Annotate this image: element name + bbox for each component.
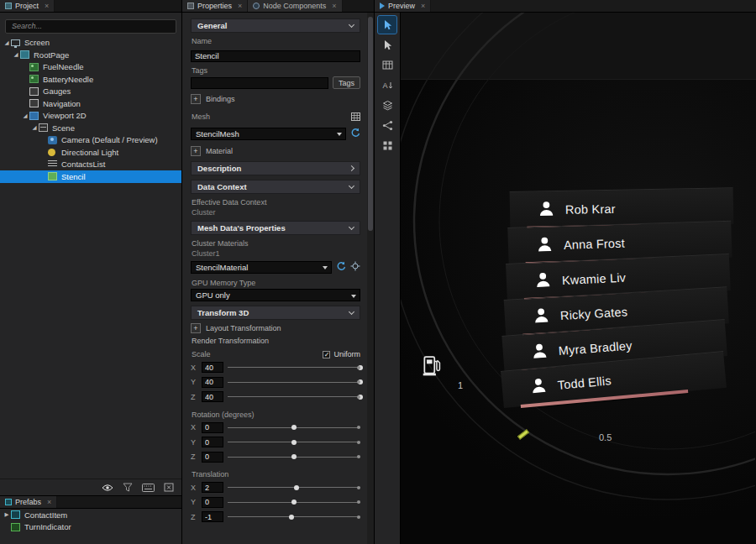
prefab-item-turnindicator[interactable]: TurnIndicator xyxy=(0,521,181,534)
preview-canvas[interactable]: 1 0.5 Rob Krar Anna Frost Kwamie Liv xyxy=(401,13,756,544)
node-graph-tool-icon[interactable] xyxy=(378,117,396,134)
keyboard-shortcuts-icon[interactable] xyxy=(142,484,155,492)
tree-item-gauges[interactable]: Gauges xyxy=(0,86,181,98)
tree-item-screen[interactable]: ◢ Screen xyxy=(0,37,181,50)
material-reset-icon[interactable] xyxy=(336,259,346,275)
slider-thumb[interactable] xyxy=(294,485,299,490)
slider-thumb[interactable] xyxy=(358,379,363,384)
text-sort-tool-icon[interactable]: A xyxy=(378,76,396,94)
section-description[interactable]: Description xyxy=(191,161,360,175)
tab-close-icon[interactable]: × xyxy=(45,2,49,10)
scene-icon xyxy=(39,123,48,132)
pointer-tool-icon[interactable] xyxy=(378,36,396,54)
svg-text:A: A xyxy=(382,81,387,90)
tree-item-stencil[interactable]: Stencil xyxy=(0,170,181,183)
translation-x-slider[interactable] xyxy=(228,482,360,493)
tab-preview[interactable]: Preview × xyxy=(375,0,431,12)
tree-item-label: Screen xyxy=(24,38,50,47)
tab-node-components[interactable]: Node Components × xyxy=(248,0,342,12)
tab-close-icon[interactable]: × xyxy=(47,498,51,506)
translation-y-field[interactable] xyxy=(202,497,223,508)
slider-thumb[interactable] xyxy=(291,425,297,430)
section-transform-3d[interactable]: Transform 3D xyxy=(191,306,360,320)
stencil-material-dropdown[interactable]: StencilMaterial xyxy=(191,261,332,274)
tab-close-icon[interactable]: × xyxy=(332,2,336,10)
material-target-icon[interactable] xyxy=(350,259,360,275)
tab-project[interactable]: Project × xyxy=(0,0,55,12)
expander-icon[interactable]: ◢ xyxy=(21,112,29,120)
layers-tool-icon[interactable] xyxy=(378,97,396,114)
tree-item-camera[interactable]: Camera (Default / Preview) xyxy=(0,134,181,147)
add-layout-transformation-button[interactable]: + xyxy=(191,323,201,333)
search-input[interactable] xyxy=(5,19,176,34)
translation-z-slider[interactable] xyxy=(228,511,360,522)
tree-item-viewport2d[interactable]: ◢ Viewport 2D xyxy=(0,110,181,123)
tree-item-batteryneedle[interactable]: BatteryNeedle xyxy=(0,73,181,86)
slider-thumb[interactable] xyxy=(291,500,297,505)
tree-item-rootpage[interactable]: ◢ RootPage xyxy=(0,49,181,61)
grid-tool-icon[interactable] xyxy=(378,56,396,74)
scale-y-slider[interactable] xyxy=(228,377,360,388)
slider-thumb[interactable] xyxy=(291,454,297,459)
tree-item-scene[interactable]: ◢ Scene xyxy=(0,122,181,134)
prefab-item-contactitem[interactable]: ▶ ContactItem xyxy=(0,509,181,521)
mesh-grid-icon[interactable] xyxy=(351,109,360,124)
tab-prefabs[interactable]: Prefabs × xyxy=(0,496,57,508)
visibility-eye-icon[interactable] xyxy=(102,484,113,492)
tree-item-fuelneedle[interactable]: FuelNeedle xyxy=(0,61,181,74)
rotation-y-field[interactable] xyxy=(202,437,223,447)
mesh-dropdown[interactable]: StencilMesh xyxy=(191,128,346,140)
tree-item-navigation[interactable]: Navigation xyxy=(0,97,181,110)
app-window: Project × ◢ Screen ◢ RootPage FuelNeedle xyxy=(0,0,756,544)
rotation-x-field[interactable] xyxy=(202,422,223,433)
rotation-z-slider[interactable] xyxy=(228,452,360,463)
scrollbar-thumb[interactable] xyxy=(368,17,373,231)
scale-x-slider[interactable] xyxy=(228,362,360,373)
tree-item-directional-light[interactable]: Directional Light xyxy=(0,146,181,159)
tab-properties[interactable]: Properties × xyxy=(182,0,248,12)
expander-icon[interactable]: ◢ xyxy=(12,50,20,59)
prefab-item-label: TurnIndicator xyxy=(24,522,71,531)
scale-x-field[interactable] xyxy=(202,362,223,373)
prefabs-tab-icon xyxy=(5,499,12,505)
uniform-checkbox[interactable]: ✓ xyxy=(323,351,330,358)
add-binding-button[interactable]: + xyxy=(191,94,201,104)
scale-z-slider[interactable] xyxy=(228,391,360,402)
section-general[interactable]: General xyxy=(191,18,360,33)
tree-item-contactslist[interactable]: ContactsList xyxy=(0,159,181,171)
rotation-z-field[interactable] xyxy=(202,452,223,463)
expander-icon[interactable]: ◢ xyxy=(3,39,11,47)
translation-z-field[interactable] xyxy=(202,511,223,522)
translation-y-slider[interactable] xyxy=(228,497,360,508)
rotation-x-slider[interactable] xyxy=(228,422,360,433)
name-field[interactable] xyxy=(191,50,360,62)
components-tool-icon[interactable] xyxy=(378,137,396,154)
section-data-context[interactable]: Data Context xyxy=(191,180,360,194)
slider-thumb[interactable] xyxy=(291,440,297,445)
slider-thumb[interactable] xyxy=(289,515,294,520)
tab-close-icon[interactable]: × xyxy=(421,2,425,10)
expander-icon[interactable]: ▶ xyxy=(3,510,11,519)
scale-y-field[interactable] xyxy=(202,377,223,388)
node-components-tab-icon xyxy=(253,3,260,9)
project-toolbar xyxy=(0,479,181,495)
tab-close-icon[interactable]: × xyxy=(238,2,242,10)
rotation-y-slider[interactable] xyxy=(228,437,360,447)
gpu-memory-dropdown[interactable]: GPU only xyxy=(191,289,360,301)
select-tool-icon[interactable] xyxy=(378,16,396,34)
expander-icon[interactable]: ◢ xyxy=(30,123,39,132)
properties-scrollbar[interactable] xyxy=(367,13,374,544)
tags-button[interactable]: Tags xyxy=(333,76,360,89)
add-material-button[interactable]: + xyxy=(191,146,201,156)
mesh-reset-icon[interactable] xyxy=(350,126,360,141)
rotation-y-row: Y xyxy=(191,437,360,448)
filter-funnel-icon[interactable] xyxy=(123,483,133,492)
translation-x-field[interactable] xyxy=(202,482,223,493)
section-mesh-data[interactable]: Mesh Data's Properties xyxy=(191,221,360,235)
scale-z-field[interactable] xyxy=(202,391,223,402)
uniform-checkbox-wrap[interactable]: ✓ Uniform xyxy=(323,350,360,358)
slider-thumb[interactable] xyxy=(358,395,363,400)
slider-thumb[interactable] xyxy=(358,365,363,370)
tags-field[interactable] xyxy=(191,77,328,89)
close-box-icon[interactable] xyxy=(164,483,174,492)
